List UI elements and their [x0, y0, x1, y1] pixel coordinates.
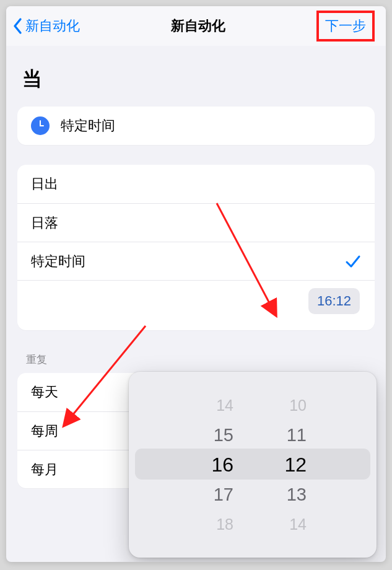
app-frame: 新自动化 新自动化 下一步 当 特定时间 日出 日落 特定时间 — [6, 6, 386, 562]
picker-hour: 14 — [199, 397, 233, 414]
picker-row[interactable]: 18 14 — [129, 509, 377, 539]
time-value-text: 16:12 — [317, 293, 351, 309]
option-sunset-label: 日落 — [31, 214, 58, 232]
picker-minute: 14 — [272, 515, 307, 533]
time-value-row: 16:12 — [17, 280, 375, 323]
option-specific-time[interactable]: 特定时间 — [17, 242, 375, 280]
picker-hour: 18 — [199, 515, 233, 533]
picker-rows: 14 10 15 11 16 12 17 13 18 14 — [129, 390, 377, 539]
repeat-section-label: 重复 — [26, 353, 375, 367]
picker-row[interactable]: 17 13 — [129, 480, 377, 509]
picker-row[interactable]: 14 10 — [129, 390, 377, 420]
picker-hour: 15 — [199, 425, 233, 445]
option-sunrise[interactable]: 日出 — [17, 165, 375, 203]
picker-minute: 12 — [272, 454, 307, 476]
picker-minute: 10 — [272, 397, 307, 414]
option-specific-time-label: 特定时间 — [31, 252, 85, 271]
chevron-left-icon — [12, 17, 23, 35]
page-title: 新自动化 — [171, 17, 225, 35]
back-button[interactable]: 新自动化 — [12, 17, 80, 35]
nav-bar: 新自动化 新自动化 下一步 — [6, 6, 386, 46]
specific-time-summary-label: 特定时间 — [61, 116, 115, 135]
picker-row-selected[interactable]: 16 12 — [129, 450, 377, 480]
time-picker-inner: 14 10 15 11 16 12 17 13 18 14 — [129, 372, 377, 558]
back-button-label: 新自动化 — [25, 17, 80, 35]
option-sunrise-label: 日出 — [31, 175, 58, 193]
picker-minute: 13 — [272, 484, 307, 505]
time-value-pill[interactable]: 16:12 — [308, 288, 360, 314]
picker-minute: 11 — [272, 425, 307, 445]
time-options-card: 日出 日落 特定时间 16:12 — [17, 165, 375, 330]
check-icon — [345, 253, 361, 270]
next-button[interactable]: 下一步 — [316, 11, 375, 42]
repeat-option-daily-label: 每天 — [31, 383, 58, 401]
repeat-option-monthly-label: 每月 — [31, 460, 58, 479]
next-button-label: 下一步 — [325, 18, 366, 33]
picker-hour: 16 — [199, 454, 233, 476]
picker-hour: 17 — [199, 484, 233, 505]
repeat-option-weekly-label: 每周 — [31, 422, 58, 441]
specific-time-summary-card: 特定时间 — [17, 107, 375, 145]
clock-icon — [31, 116, 50, 135]
option-sunset[interactable]: 日落 — [17, 203, 375, 242]
specific-time-summary-row[interactable]: 特定时间 — [17, 107, 375, 145]
when-heading: 当 — [22, 66, 375, 93]
time-picker-popover[interactable]: 14 10 15 11 16 12 17 13 18 14 — [129, 372, 377, 558]
picker-row[interactable]: 15 11 — [129, 420, 377, 450]
